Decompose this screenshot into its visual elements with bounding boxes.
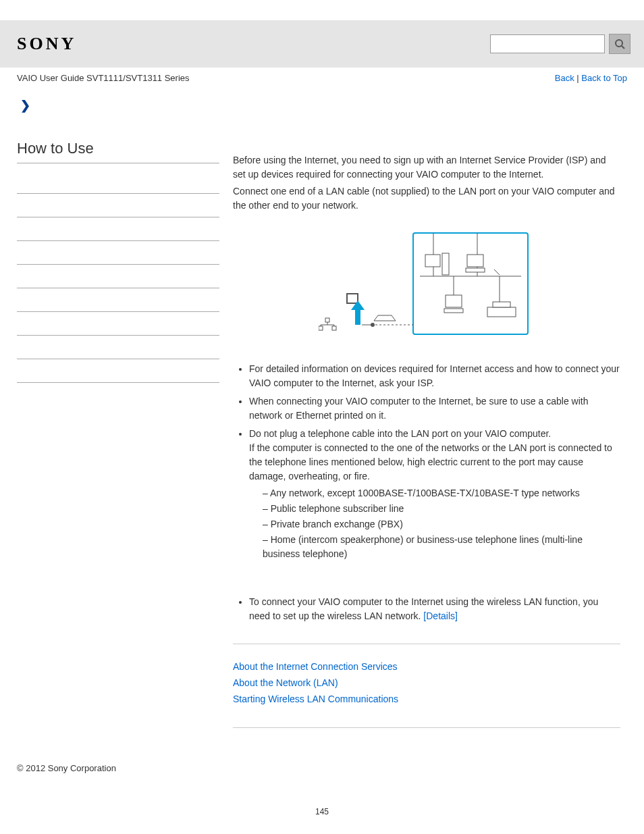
header-bar: SONY: [0, 20, 644, 68]
svg-line-10: [494, 269, 500, 275]
svg-rect-9: [466, 268, 485, 272]
search-area: [490, 34, 630, 54]
top-nav-links: Back | Back to Top: [555, 73, 627, 83]
sidebar: How to Use: [17, 113, 219, 743]
svg-rect-2: [413, 233, 528, 334]
sidebar-item[interactable]: [17, 241, 219, 265]
related-links: About the Internet Connection Services A…: [233, 659, 620, 707]
sidebar-item[interactable]: [17, 265, 219, 288]
sub-list-item: Any network, except 1000BASE-T/100BASE-T…: [263, 486, 620, 500]
list-item: When connecting your VAIO computer to th…: [249, 394, 620, 423]
intro-paragraph-2: Connect one end of a LAN cable (not supp…: [233, 184, 620, 213]
network-diagram: [233, 229, 620, 346]
back-link[interactable]: Back: [555, 73, 574, 83]
sub-list-item: Public telephone subscriber line: [263, 502, 620, 516]
back-to-top-link[interactable]: Back to Top: [581, 73, 627, 83]
list-item-text: If the computer is connected to the one …: [249, 442, 612, 481]
svg-rect-15: [487, 307, 516, 317]
breadcrumb-row: ❯: [0, 83, 644, 113]
sub-header: VAIO User Guide SVT1111/SVT1311 Series B…: [0, 68, 644, 83]
related-link[interactable]: About the Internet Connection Services: [233, 659, 620, 675]
sidebar-item[interactable]: [17, 288, 219, 312]
notes-list: For detailed information on devices requ…: [233, 362, 620, 561]
copyright: © 2012 Sony Corporation: [17, 763, 627, 773]
sidebar-item[interactable]: [17, 336, 219, 359]
svg-rect-19: [325, 318, 329, 322]
sidebar-item[interactable]: [17, 312, 219, 336]
logo: SONY: [17, 34, 76, 54]
list-item-text: Do not plug a telephone cable into the L…: [249, 428, 551, 439]
sub-list-item: Private branch exchange (PBX): [263, 517, 620, 531]
sidebar-title: How to Use: [17, 140, 219, 163]
divider: [233, 644, 620, 644]
chevron-right-icon: ❯: [20, 99, 30, 112]
sidebar-item[interactable]: [17, 170, 219, 194]
svg-marker-18: [351, 301, 365, 325]
sub-list: Any network, except 1000BASE-T/100BASE-T…: [249, 486, 620, 561]
search-button[interactable]: [609, 34, 630, 54]
list-item: For detailed information on devices requ…: [249, 362, 620, 390]
divider: [233, 727, 620, 728]
sidebar-item[interactable]: [17, 217, 219, 241]
svg-point-27: [371, 323, 375, 327]
sidebar-item[interactable]: [17, 359, 219, 383]
svg-rect-8: [467, 255, 483, 267]
footer: © 2012 Sony Corporation: [0, 743, 644, 780]
sub-list-item: Home (intercom speakerphone) or business…: [263, 533, 620, 561]
svg-rect-20: [319, 326, 323, 330]
svg-point-0: [616, 40, 622, 47]
svg-rect-7: [442, 253, 449, 275]
nav-separator: |: [574, 73, 582, 83]
list-item: To connect your VAIO computer to the Int…: [249, 595, 620, 623]
sidebar-item[interactable]: [17, 194, 219, 217]
svg-rect-16: [493, 302, 510, 307]
details-link[interactable]: [Details]: [423, 610, 458, 621]
svg-line-1: [622, 46, 624, 49]
related-link[interactable]: Starting Wireless LAN Communications: [233, 692, 620, 708]
svg-rect-6: [425, 255, 440, 267]
search-icon: [614, 38, 625, 49]
guide-title: VAIO User Guide SVT1111/SVT1311 Series: [17, 73, 190, 83]
main-content: Before using the Internet, you need to s…: [219, 113, 627, 743]
svg-rect-14: [444, 309, 463, 313]
svg-rect-13: [446, 295, 462, 307]
intro-paragraph-1: Before using the Internet, you need to s…: [233, 153, 620, 182]
notes-list-2: To connect your VAIO computer to the Int…: [233, 595, 620, 623]
related-link[interactable]: About the Network (LAN): [233, 675, 620, 692]
svg-rect-21: [332, 326, 336, 330]
search-input[interactable]: [490, 34, 605, 53]
list-item: Do not plug a telephone cable into the L…: [249, 427, 620, 561]
page-number: 145: [0, 780, 644, 830]
svg-rect-17: [347, 294, 358, 303]
